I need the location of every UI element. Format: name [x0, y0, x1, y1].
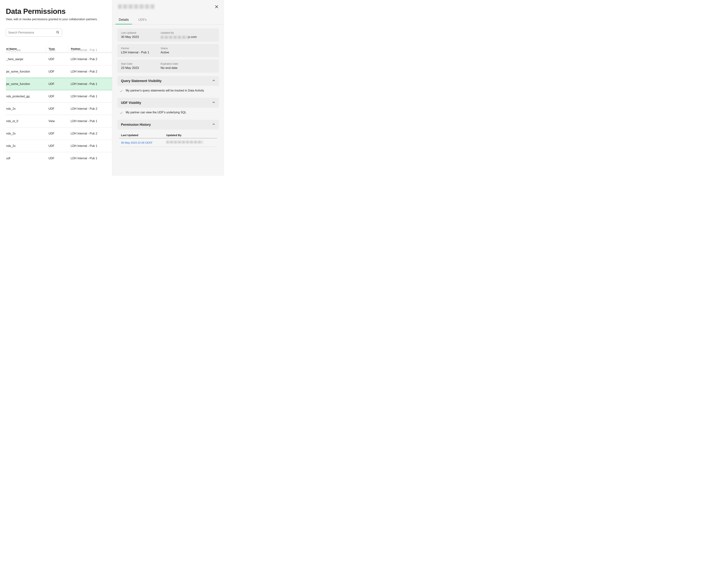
info-card-updated: Last Updated 30 May 2023 Updated By p.co… — [117, 28, 219, 42]
redacted-email-prefix — [161, 36, 189, 39]
expiration-date-label: Expiration Date — [161, 62, 215, 65]
table-row[interactable]: jar_some_functionUDFLDH Internal - Pub 1 — [6, 78, 112, 90]
chevron-up-icon — [212, 101, 215, 105]
table-body[interactable]: nus_tr_testTableLDH Internal - Pub 1_her… — [6, 47, 112, 160]
cell-partner: LDH Internal - Pub 1 — [68, 157, 112, 160]
section-udf-visibility-header[interactable]: UDF Visbility — [117, 98, 219, 108]
cell-name: nds_protected_gg — [6, 95, 46, 98]
cell-type: UDF — [46, 82, 68, 86]
section-permission-history-header[interactable]: Permission History — [117, 120, 219, 129]
panel-title-redacted — [118, 4, 154, 9]
table-row[interactable]: jar_some_functionUDFLDH Internal - Pub 2 — [6, 65, 112, 78]
redacted-history-author — [166, 141, 203, 144]
table-row[interactable]: nds_2xUDFLDH Internal - Pub 2 — [6, 102, 112, 115]
status-label: Status — [161, 47, 215, 50]
last-updated-label: Last Updated — [121, 31, 161, 34]
permissions-table: et Name Type Partner nus_tr_testTableLDH… — [6, 45, 112, 160]
cell-type: UDF — [46, 107, 68, 110]
cell-partner: LDH Internal - Pub 1 — [68, 48, 112, 52]
section-query-visibility-text: My partner's query statements will be tr… — [126, 88, 204, 93]
section-query-visibility-title: Query Statement Visibility — [121, 79, 161, 83]
tab-details[interactable]: Details — [118, 15, 129, 24]
search-input[interactable] — [8, 31, 56, 34]
page-title: Data Permissions — [6, 7, 112, 15]
cell-partner: LDH Internal - Pub 1 — [68, 144, 112, 148]
cell-partner: LDH Internal - Pub 2 — [68, 70, 112, 73]
last-updated-value: 30 May 2023 — [121, 35, 161, 39]
cell-type: UDF — [46, 144, 68, 148]
partner-label: Partner — [121, 47, 161, 50]
section-udf-visibility-text: My partner can view the UDF's underlying… — [126, 110, 187, 114]
search-box[interactable] — [6, 29, 62, 37]
section-udf-visibility-title: UDF Visbility — [121, 101, 141, 105]
cell-partner: LDH Internal - Pub 1 — [68, 95, 112, 98]
page-subtitle: View, edit or revoke permissions granted… — [6, 18, 112, 21]
cell-type: Table — [46, 48, 68, 52]
cell-partner: LDH Internal - Pub 1 — [68, 82, 112, 86]
cell-name: udf — [6, 157, 46, 160]
cell-name: nds_2x — [6, 144, 46, 148]
updated-by-label: Updated By — [161, 31, 215, 34]
right-panel: Details UDFs Last Updated 30 May 2023 Up… — [112, 0, 224, 176]
svg-line-1 — [58, 33, 59, 33]
chevron-up-icon — [212, 79, 215, 83]
cell-name: nds_2x — [6, 107, 46, 110]
table-row[interactable]: nds_2xUDFLDH Internal - Pub 1 — [6, 140, 112, 152]
status-value: Active — [161, 51, 215, 54]
detail-tabs: Details UDFs — [112, 15, 224, 24]
cell-partner: LDH Internal - Pub 1 — [68, 119, 112, 123]
history-timestamp-link[interactable]: 30 May 2023 22:29 CEST — [121, 141, 166, 144]
start-date-label: Start Date — [121, 62, 161, 65]
close-button[interactable] — [214, 4, 219, 10]
table-row[interactable]: nds_ot_0ViewLDH Internal - Pub 1 — [6, 115, 112, 127]
section-query-visibility-header[interactable]: Query Statement Visibility — [117, 76, 219, 86]
cell-partner: LDH Internal - Pub 2 — [68, 107, 112, 110]
cell-type: View — [46, 119, 68, 123]
cell-type: UDF — [46, 157, 68, 160]
info-card-partner: Partner LDH Internal - Pub 1 Status Acti… — [117, 44, 219, 57]
updated-by-value: p.com — [161, 35, 215, 39]
search-icon — [56, 30, 60, 35]
permission-history-table: Last Updated Updated By 30 May 2023 22:2… — [117, 132, 219, 147]
history-col-updated-by: Updated By — [166, 133, 215, 137]
info-card-dates: Start Date 23 May 2023 Expiration Date N… — [117, 59, 219, 73]
cell-partner: LDH Internal - Pub 2 — [68, 58, 112, 61]
checkmark-icon — [119, 110, 123, 115]
cell-name: jar_some_function — [6, 82, 46, 86]
section-permission-history-title: Permission History — [121, 123, 151, 126]
table-row[interactable]: nds_protected_ggUDFLDH Internal - Pub 1 — [6, 90, 112, 102]
table-row[interactable]: nds_2xUDFLDH Internal - Pub 2 — [6, 127, 112, 140]
table-row[interactable]: udfUDFLDH Internal - Pub 1 — [6, 152, 112, 160]
history-col-last-updated: Last Updated — [121, 133, 166, 137]
partner-value: LDH Internal - Pub 1 — [121, 51, 161, 54]
expiration-date-value: No end date — [161, 66, 215, 70]
cell-type: UDF — [46, 95, 68, 98]
cell-name: nds_2x — [6, 132, 46, 135]
cell-name: _here_aanjar — [6, 58, 46, 61]
tab-udfs[interactable]: UDFs — [137, 15, 147, 24]
checkmark-icon — [119, 88, 123, 93]
cell-name: nds_ot_0 — [6, 119, 46, 123]
chevron-up-icon — [212, 122, 215, 126]
cell-type: UDF — [46, 132, 68, 135]
cell-name: jar_some_function — [6, 70, 46, 73]
cell-name: nus_tr_test — [6, 48, 46, 52]
cell-type: UDF — [46, 70, 68, 73]
cell-type: UDF — [46, 58, 68, 61]
start-date-value: 23 May 2023 — [121, 66, 161, 70]
svg-point-0 — [56, 31, 58, 33]
table-row[interactable]: _here_aanjarUDFLDH Internal - Pub 2 — [6, 53, 112, 65]
cell-partner: LDH Internal - Pub 2 — [68, 132, 112, 135]
left-panel: Data Permissions View, edit or revoke pe… — [0, 0, 112, 176]
history-row[interactable]: 30 May 2023 22:29 CEST — [119, 138, 217, 147]
